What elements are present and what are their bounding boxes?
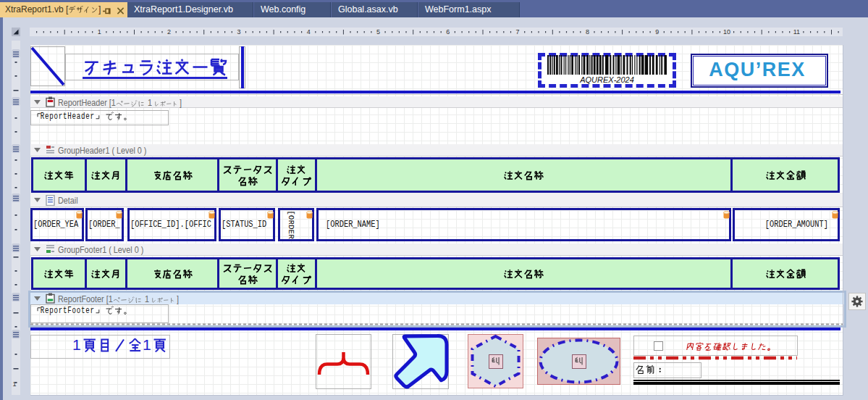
svg-text:e: e: [72, 112, 77, 121]
svg-text:p: p: [49, 112, 54, 121]
svg-text:p: p: [49, 306, 54, 315]
svg-text:r: r: [59, 112, 63, 121]
svg-text:R: R: [41, 306, 45, 315]
svg-text:r: r: [90, 112, 95, 121]
svg-text:1: 1: [143, 338, 151, 353]
svg-text:e: e: [45, 112, 49, 121]
svg-text:o: o: [54, 112, 59, 121]
svg-text:R: R: [41, 112, 45, 121]
svg-text:t: t: [63, 112, 67, 121]
svg-text:t: t: [63, 306, 67, 315]
svg-text:r: r: [90, 306, 95, 315]
svg-text:d: d: [81, 112, 85, 121]
svg-text:H: H: [67, 112, 72, 121]
svg-text:e: e: [85, 112, 90, 121]
svg-text:o: o: [77, 306, 81, 315]
svg-text:a: a: [77, 112, 81, 121]
svg-text:o: o: [54, 306, 59, 315]
svg-text:t: t: [81, 306, 85, 315]
svg-text:o: o: [72, 306, 77, 315]
svg-text:e: e: [85, 306, 90, 315]
svg-text:F: F: [67, 306, 72, 315]
svg-text:1: 1: [72, 338, 81, 353]
svg-text:r: r: [59, 306, 63, 315]
svg-text:e: e: [45, 306, 49, 315]
